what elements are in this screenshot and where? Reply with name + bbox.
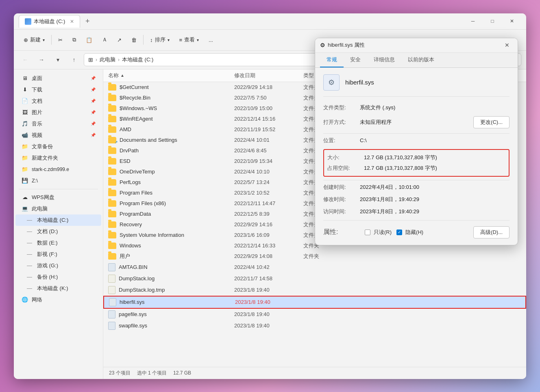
copy-btn[interactable]: ⧉ — [68, 34, 80, 45]
maximize-btn[interactable]: □ — [483, 15, 502, 28]
sidebar: 🖥 桌面 📌 ⬇ 下载 📌 📄 文档 📌 🖼 图片 📌 🎵 音乐 — [14, 69, 103, 379]
table-row-selected[interactable]: hiberfil.sys 2023/1/8 19:40 — [103, 296, 526, 309]
sidebar-item-pictures[interactable]: 🖼 图片 📌 — [15, 107, 101, 118]
rename-btn[interactable]: Ａ — [98, 34, 111, 46]
delete-btn[interactable]: 🗑 — [127, 35, 141, 45]
sort-chevron-icon: ▾ — [168, 38, 170, 42]
sidebar-item-z[interactable]: 💾 Z:\ — [15, 175, 101, 186]
view-chevron-icon: ▾ — [197, 38, 199, 42]
folder-icon — [108, 169, 116, 175]
table-row[interactable]: 用户 2022/9/29 14:08 文件夹 — [103, 251, 526, 262]
sidebar-item-h[interactable]: — 备份 (H:) — [15, 271, 101, 283]
sidebar-item-e[interactable]: — 数据 (E:) — [15, 237, 101, 249]
folder-icon — [108, 105, 116, 112]
paste-icon: 📋 — [86, 37, 92, 43]
cut-icon: ✂ — [58, 37, 63, 43]
sidebar-item-c[interactable]: — 本地磁盘 (C:) — [15, 214, 101, 226]
readonly-checkbox-row[interactable]: 只读(R) — [365, 229, 392, 236]
dialog-row-disksize: 占用空间: 12.7 GB (13,710,327,808 字节) — [324, 163, 509, 173]
table-row[interactable]: AMTAG.BIN 2022/4/4 10:42 — [103, 262, 526, 273]
folder-icon — [108, 126, 116, 133]
dialog-divider-1 — [323, 133, 510, 134]
tab-details[interactable]: 详细信息 — [367, 53, 401, 67]
tab-security[interactable]: 安全 — [344, 53, 367, 67]
sidebar-item-g[interactable]: — 游戏 (G:) — [15, 260, 101, 271]
swap-file-icon — [108, 322, 115, 330]
tab-general[interactable]: 常规 — [320, 53, 344, 67]
cut-btn[interactable]: ✂ — [54, 35, 67, 45]
pin-icon-3: 📌 — [91, 99, 96, 103]
dialog-close-btn[interactable]: ✕ — [501, 39, 513, 51]
dialog-divider-3 — [323, 220, 510, 221]
titlebar-tabs: 本地磁盘 (C:) ✕ + — [19, 15, 464, 28]
folder-icon — [108, 84, 116, 91]
sidebar-item-wps[interactable]: ☁ WPS网盘 — [15, 192, 101, 203]
folder-icon — [108, 221, 116, 228]
close-btn[interactable]: ✕ — [503, 15, 521, 28]
folder-arrow-icon — [108, 137, 116, 143]
new-tab-btn[interactable]: + — [82, 15, 93, 27]
titlebar: 本地磁盘 (C:) ✕ + ─ □ ✕ — [14, 13, 526, 30]
share-icon: ↗ — [117, 37, 122, 43]
titlebar-controls: ─ □ ✕ — [464, 15, 521, 28]
header-name[interactable]: 名称 ▲ — [108, 72, 234, 79]
table-row[interactable]: DumpStack.log 2022/11/7 14:58 — [103, 273, 526, 284]
up-btn[interactable]: ↑ — [68, 53, 81, 66]
table-row[interactable]: DumpStack.log.tmp 2023/1/8 19:40 — [103, 284, 526, 296]
dialog-row-modified: 修改时间: 2023年1月8日，19:40:29 — [323, 196, 510, 203]
change-open-btn[interactable]: 更改(C)... — [473, 116, 510, 128]
sidebar-item-videos[interactable]: 📹 视频 📌 — [15, 130, 101, 141]
sidebar-item-music[interactable]: 🎵 音乐 📌 — [15, 118, 101, 130]
share-btn[interactable]: ↗ — [113, 35, 126, 45]
advanced-btn[interactable]: 高级(D)... — [473, 226, 510, 238]
sidebar-item-backup[interactable]: 📁 文章备份 — [15, 141, 101, 152]
pictures-icon: 🖼 — [21, 109, 28, 116]
sidebar-item-d[interactable]: — 文档 (D:) — [15, 226, 101, 237]
folder-icon — [108, 211, 116, 217]
sidebar-item-thispc[interactable]: 💻 此电脑 — [15, 203, 101, 214]
sidebar-item-stark[interactable]: 📁 stark-c.zdm999.e — [15, 164, 101, 175]
table-row[interactable]: swapfile.sys 2023/1/8 19:40 — [103, 320, 526, 331]
recent-btn[interactable]: ▾ — [51, 53, 64, 66]
active-tab[interactable]: 本地磁盘 (C:) ✕ — [19, 15, 80, 28]
dialog-footer: 属性: 只读(R) ✓ 隐藏(H) 高级(D)... — [323, 226, 510, 238]
sidebar-item-network[interactable]: 🌐 网络 — [15, 294, 101, 305]
more-btn[interactable]: ... — [205, 35, 217, 45]
paste-btn[interactable]: 📋 — [82, 35, 96, 45]
sidebar-item-desktop[interactable]: 🖥 桌面 📌 — [15, 73, 101, 84]
pin-icon-4: 📌 — [91, 110, 96, 115]
download-icon: ⬇ — [21, 86, 28, 93]
sort-arrow-icon: ▲ — [120, 73, 124, 78]
tab-previous[interactable]: 以前的版本 — [401, 53, 441, 67]
hidden-checkbox-row[interactable]: ✓ 隐藏(H) — [396, 229, 423, 236]
tab-close-btn[interactable]: ✕ — [70, 19, 74, 24]
wps-icon: ☁ — [21, 194, 28, 201]
dialog-file-icon: ⚙ — [323, 74, 340, 91]
sidebar-item-f[interactable]: — 影视 (F:) — [15, 249, 101, 260]
sidebar-item-newfolder[interactable]: 📁 新建文件夹 — [15, 152, 101, 164]
folder-icon — [108, 243, 116, 249]
sort-btn[interactable]: ↕ 排序 ▾ — [146, 34, 174, 46]
pin-icon-5: 📌 — [91, 121, 96, 126]
table-row[interactable]: pagefile.sys 2023/1/8 19:40 — [103, 309, 526, 320]
rename-icon: Ａ — [102, 36, 107, 43]
statusbar: 23 个项目 选中 1 个项目 12.7 GB — [103, 367, 526, 379]
documents-icon: 📄 — [21, 97, 28, 105]
sidebar-item-documents[interactable]: 📄 文档 📌 — [15, 95, 101, 107]
forward-btn[interactable]: → — [35, 53, 48, 66]
readonly-checkbox[interactable] — [365, 230, 370, 235]
log-file-icon — [108, 275, 115, 283]
view-btn[interactable]: ≡ 查看 ▾ — [175, 34, 203, 46]
hidden-checkbox[interactable]: ✓ — [396, 230, 402, 235]
sys-file-icon — [108, 263, 115, 271]
sidebar-item-k[interactable]: — 本地磁盘 (K:) — [15, 283, 101, 294]
minimize-btn[interactable]: ─ — [464, 15, 482, 28]
new-btn[interactable]: ⊕ 新建 ▾ — [20, 34, 49, 46]
desktop-icon: 🖥 — [21, 75, 28, 82]
sidebar-item-download[interactable]: ⬇ 下载 📌 — [15, 84, 101, 95]
size-highlight-box: 大小: 12.7 GB (13,710,327,808 字节) 占用空间: 12… — [323, 149, 510, 177]
back-btn[interactable]: ← — [19, 53, 32, 66]
header-date[interactable]: 修改日期 — [234, 72, 303, 79]
d-drive-dash: — — [27, 228, 32, 234]
folder-icon — [108, 179, 116, 186]
